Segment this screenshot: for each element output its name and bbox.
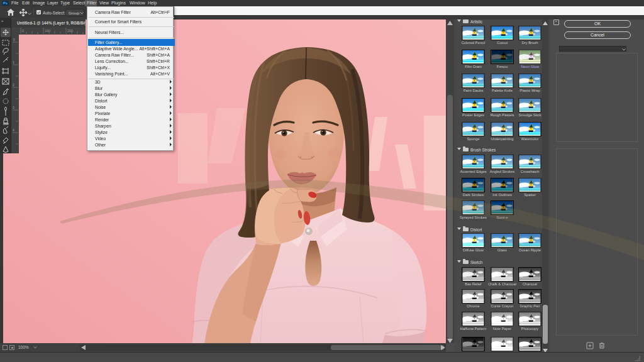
svg-text:2: 2 [13, 83, 14, 87]
svg-text:0: 0 [13, 38, 15, 41]
svg-text:3: 3 [13, 106, 14, 109]
svg-text:4: 4 [13, 128, 14, 132]
svg-text:200: 200 [67, 29, 73, 33]
svg-text:100: 100 [45, 29, 50, 33]
svg-text:1: 1 [13, 60, 14, 64]
svg-text:0: 0 [22, 29, 24, 33]
